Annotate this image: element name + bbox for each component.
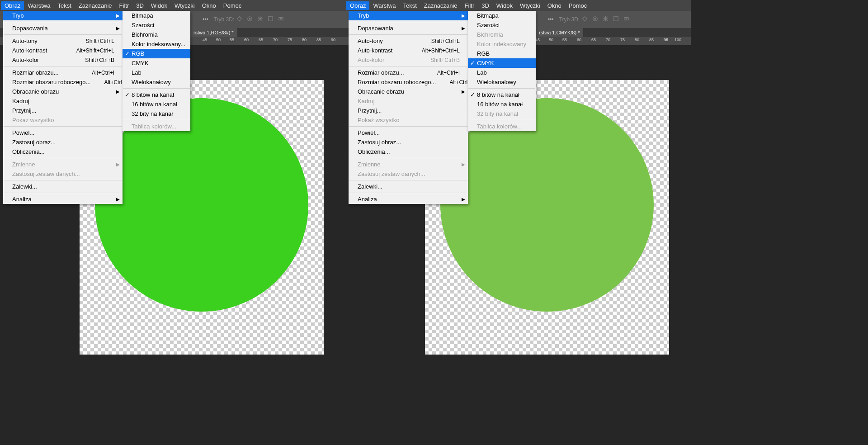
menuitem-powiel-[interactable]: Powiel...	[3, 128, 123, 137]
menuitem-label: Bitmapa	[477, 12, 499, 19]
submenu-arrow-icon: ▶	[462, 26, 465, 31]
menuitem-kolor-indeksowany-[interactable]: Kolor indeksowany...	[123, 39, 190, 49]
menuitem-zastosuj-obraz-[interactable]: Zastosuj obraz...	[3, 137, 123, 147]
menu-3d[interactable]: 3D	[478, 1, 493, 10]
menuitem-rgb[interactable]: RGB	[468, 49, 536, 58]
menuitem-rgb[interactable]: ✓RGB	[123, 49, 190, 58]
menu-pomoc[interactable]: Pomoc	[220, 1, 245, 10]
menu-widok[interactable]: Widok	[147, 1, 171, 10]
document-tab[interactable]: rstwa 1,CMYK/8) *	[535, 28, 583, 37]
menu-okno[interactable]: Okno	[198, 1, 220, 10]
menuitem-lab[interactable]: Lab	[468, 68, 536, 77]
shortcut-label: Shift+Ctrl+B	[430, 57, 460, 63]
menuitem-bichromia[interactable]: Bichromia	[123, 30, 190, 39]
submenu-arrow-icon: ▶	[462, 13, 465, 18]
ruler-tick: 60	[577, 38, 581, 42]
menuitem-8-bit-w-na-kana-[interactable]: ✓8 bitów na kanał	[468, 90, 536, 99]
menuitem-analiza[interactable]: Analiza▶	[3, 194, 123, 204]
menuitem-rozmiar-obszaru-roboczego-[interactable]: Rozmiar obszaru roboczego...Alt+Ctrl+C	[349, 77, 468, 87]
menuitem-obracanie-obrazu[interactable]: Obracanie obrazu▶	[3, 87, 123, 96]
menuitem-rozmiar-obrazu-[interactable]: Rozmiar obrazu...Alt+Ctrl+I	[349, 68, 468, 77]
options-more-icon[interactable]: •••	[548, 16, 554, 23]
menuitem-kadruj[interactable]: Kadruj	[3, 96, 123, 106]
menuitem-tryb[interactable]: Tryb▶	[349, 11, 468, 20]
menuitem-powiel-[interactable]: Powiel...	[349, 128, 468, 137]
menu-zaznaczanie[interactable]: Zaznaczanie	[75, 1, 116, 10]
menu-obraz[interactable]: Tryb▶Dopasowania▶Auto-tonyShift+Ctrl+LAu…	[349, 11, 468, 204]
menu-3d[interactable]: 3D	[132, 1, 147, 10]
menuitem-obracanie-obrazu[interactable]: Obracanie obrazu▶	[349, 87, 468, 96]
menuitem-16-bit-w-na-kana-[interactable]: 16 bitów na kanał	[468, 99, 536, 109]
menu-pomoc[interactable]: Pomoc	[565, 1, 590, 10]
ruler-tick: 100	[675, 38, 681, 42]
menu-warstwa[interactable]: Warstwa	[24, 1, 54, 10]
menuitem-przytnij-[interactable]: Przytnij...	[3, 106, 123, 115]
menuitem-auto-tony[interactable]: Auto-tonyShift+Ctrl+L	[349, 36, 468, 46]
menu-wtyczki[interactable]: Wtyczki	[171, 1, 198, 10]
opt-icon-0[interactable]	[581, 15, 588, 22]
shortcut-label: Shift+Ctrl+B	[85, 57, 114, 63]
menuitem-szaro-ci[interactable]: Szarości	[468, 20, 536, 30]
menuitem-rozmiar-obszaru-roboczego-[interactable]: Rozmiar obszaru roboczego...Alt+Ctrl+C	[3, 77, 123, 87]
menuitem-auto-kolor[interactable]: Auto-kolorShift+Ctrl+B	[3, 55, 123, 65]
menuitem-rozmiar-obrazu-[interactable]: Rozmiar obrazu...Alt+Ctrl+I	[3, 68, 123, 77]
submenu-tryb[interactable]: BitmapaSzarościBichromiaKolor indeksowan…	[468, 11, 536, 131]
opt-icon-4[interactable]	[278, 15, 284, 22]
ruler-tick: 85	[316, 38, 321, 42]
menu-warstwa[interactable]: Warstwa	[369, 1, 399, 10]
opt-icon-3[interactable]	[613, 15, 619, 22]
menuitem-8-bit-w-na-kana-[interactable]: ✓8 bitów na kanał	[123, 90, 190, 99]
svg-point-6	[249, 18, 250, 19]
menuitem-auto-kontrast[interactable]: Auto-kontrastAlt+Shift+Ctrl+L	[3, 46, 123, 55]
menuitem-dopasowania[interactable]: Dopasowania▶	[3, 24, 123, 33]
menuitem-lab[interactable]: Lab	[123, 68, 190, 77]
menuitem-auto-tony[interactable]: Auto-tonyShift+Ctrl+L	[3, 36, 123, 46]
opt-icon-4[interactable]	[623, 15, 630, 22]
menuitem-16-bit-w-na-kana-[interactable]: 16 bitów na kanał	[123, 99, 190, 109]
menuitem-zalewki-[interactable]: Zalewki...	[3, 182, 123, 191]
menuitem-obliczenia-[interactable]: Obliczenia...	[349, 147, 468, 156]
menu-filtr[interactable]: Filtr	[461, 1, 478, 10]
menuitem-przytnij-[interactable]: Przytnij...	[349, 106, 468, 115]
menuitem-label: Lab	[477, 69, 487, 76]
menuitem-szaro-ci[interactable]: Szarości	[123, 20, 190, 30]
menuitem-bitmapa[interactable]: Bitmapa	[123, 11, 190, 20]
menuitem-tablica-kolor-w-: Tablica kolorów...	[123, 122, 190, 131]
menuitem-obliczenia-[interactable]: Obliczenia...	[3, 147, 123, 156]
menuitem-wielokana-owy[interactable]: Wielokanałowy	[468, 77, 536, 87]
menuitem-wielokana-owy[interactable]: Wielokanałowy	[123, 77, 190, 87]
menu-tekst[interactable]: Tekst	[54, 1, 75, 10]
document-tab[interactable]: rstwa 1,RGB/8#) *	[190, 28, 237, 37]
menuitem-analiza[interactable]: Analiza▶	[349, 194, 468, 204]
menuitem-zalewki-[interactable]: Zalewki...	[349, 182, 468, 191]
menu-wtyczki[interactable]: Wtyczki	[516, 1, 544, 10]
menuitem-bitmapa[interactable]: Bitmapa	[468, 11, 536, 20]
menuitem-cmyk[interactable]: ✓CMYK	[468, 58, 536, 68]
menuitem-32-bity-na-kana-[interactable]: 32 bity na kanał	[123, 109, 190, 118]
menuitem-label: Kadruj	[358, 98, 375, 104]
submenu-tryb[interactable]: BitmapaSzarościBichromiaKolor indeksowan…	[123, 11, 190, 131]
options-more-icon[interactable]: •••	[203, 16, 208, 23]
opt-icon-3[interactable]	[267, 15, 274, 22]
opt-icon-1[interactable]	[246, 15, 253, 22]
opt-icon-1[interactable]	[592, 15, 599, 22]
menuitem-cmyk[interactable]: CMYK	[123, 58, 190, 68]
menuitem-label: Kadruj	[12, 98, 29, 104]
menu-tekst[interactable]: Tekst	[399, 1, 420, 10]
menu-widok[interactable]: Widok	[493, 1, 516, 10]
opt-icon-2[interactable]	[602, 15, 609, 22]
menu-zaznaczanie[interactable]: Zaznaczanie	[420, 1, 461, 10]
menu-obraz[interactable]: Obraz	[346, 1, 369, 10]
menu-okno[interactable]: Okno	[544, 1, 565, 10]
opt-icon-0[interactable]	[236, 15, 243, 22]
menuitem-zastosuj-obraz-[interactable]: Zastosuj obraz...	[349, 137, 468, 147]
menu-obraz[interactable]: Obraz	[1, 1, 24, 10]
menuitem-tryb[interactable]: Tryb▶	[3, 11, 123, 20]
menuitem-dopasowania[interactable]: Dopasowania▶	[349, 24, 468, 33]
menuitem-auto-kontrast[interactable]: Auto-kontrastAlt+Shift+Ctrl+L	[349, 46, 468, 55]
opt-icon-2[interactable]	[257, 15, 264, 22]
menu-filtr[interactable]: Filtr	[116, 1, 133, 10]
menuitem-label: Zastosuj zestaw danych...	[358, 170, 425, 177]
menuitem-label: Zalewki...	[358, 183, 382, 190]
menu-obraz[interactable]: Tryb▶Dopasowania▶Auto-tonyShift+Ctrl+LAu…	[3, 11, 123, 204]
